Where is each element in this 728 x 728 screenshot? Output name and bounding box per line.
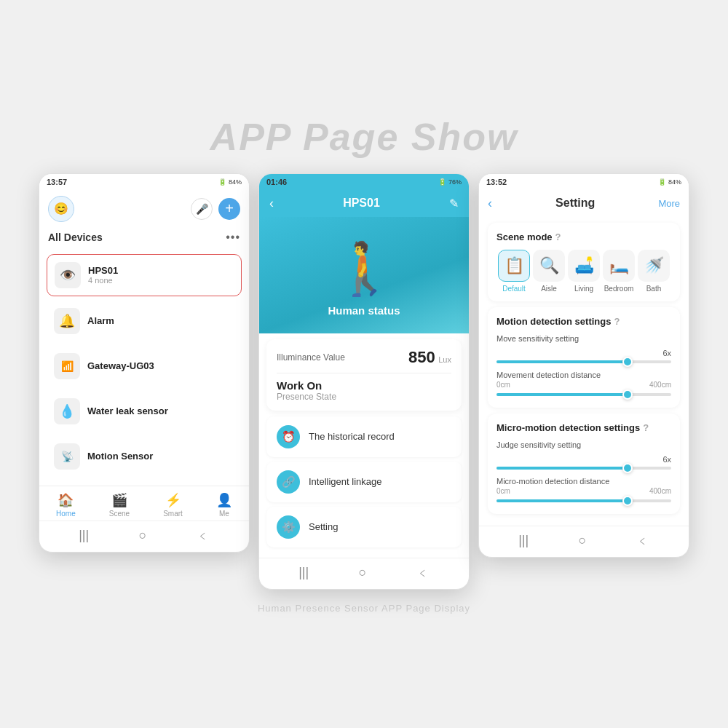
device-item-motion[interactable]: 📡 Motion Sensor <box>47 436 242 477</box>
device-item-alarm[interactable]: 🔔 Alarm <box>47 301 242 341</box>
menu-item-history[interactable]: ⏰ The historical record <box>266 416 462 457</box>
edit-icon[interactable]: ✎ <box>449 197 459 210</box>
bottom-home-icon: ○ <box>139 528 147 543</box>
phone2-status-icons: 🔋 76% <box>438 178 462 186</box>
human-status-label: Human status <box>328 304 400 317</box>
scene-item-living[interactable]: 🛋️ Living <box>568 250 600 293</box>
help-icon-scene[interactable]: ? <box>555 232 561 242</box>
move-sensitivity-track[interactable] <box>496 360 671 363</box>
device-info-motion: Motion Sensor <box>87 451 153 462</box>
move-sensitivity-row: 6x <box>496 349 671 357</box>
phone2-device-title: HPS01 <box>343 197 380 210</box>
micro-distance-min: 0cm <box>496 487 510 495</box>
micro-motion-title: Micro-motion detection settings ? <box>496 422 671 433</box>
more-options[interactable]: ••• <box>226 231 240 244</box>
avatar[interactable]: 😊 <box>48 196 74 222</box>
bottom-menu-icon: ||| <box>298 565 309 580</box>
smart-icon: ⚡ <box>165 492 181 508</box>
add-button[interactable]: + <box>218 198 240 220</box>
device-info-water: Water leak sensor <box>87 405 168 416</box>
scene-icon-bedroom: 🛏️ <box>603 250 635 282</box>
nav-item-me[interactable]: 👤 Me <box>216 492 232 518</box>
help-icon-motion[interactable]: ? <box>614 316 620 327</box>
mic-button[interactable]: 🎤 <box>191 198 213 220</box>
scene-icon-bath: 🚿 <box>638 250 670 282</box>
menu-label-setting: Setting <box>309 521 338 532</box>
menu-item-linkage[interactable]: 🔗 Intelligent linkage <box>266 462 462 502</box>
judge-sensitivity-track[interactable] <box>496 467 671 470</box>
scene-item-bath[interactable]: 🚿 Bath <box>638 250 670 293</box>
phone1-status-icons: 🔋 84% <box>218 178 242 186</box>
move-sensitivity-fill <box>496 360 628 363</box>
nav-item-smart[interactable]: ⚡ Smart <box>163 492 183 518</box>
phone3-status-icons: 🔋 84% <box>658 178 681 186</box>
device-name-alarm: Alarm <box>87 315 114 326</box>
work-on-label: Work On <box>277 379 451 392</box>
scene-label-living: Living <box>574 285 593 293</box>
phone2-bottom-bar: ||| ○ ﹤ <box>259 558 469 589</box>
home-icon: 🏠 <box>58 492 74 508</box>
linkage-icon: 🔗 <box>277 470 300 494</box>
phone1-bottom-bar: ||| ○ ﹤ <box>39 521 249 552</box>
scene-mode-card: Scene mode ? 📋 Default 🔍 Aisle 🛋️ Living <box>488 223 680 301</box>
illuminance-row: Illuminance Value 850 Lux <box>277 348 451 367</box>
judge-sensitivity-fill <box>496 467 628 470</box>
micro-distance-track[interactable] <box>496 499 671 502</box>
nav-item-scene[interactable]: 🎬 Scene <box>109 492 130 518</box>
judge-sensitivity-label: Judge sensitivity setting <box>496 440 671 449</box>
micro-distance-max: 400cm <box>649 487 671 495</box>
micro-distance-thumb[interactable] <box>622 496 633 506</box>
scene-item-default[interactable]: 📋 Default <box>498 250 530 293</box>
menu-item-setting[interactable]: ⚙️ Setting <box>266 507 462 547</box>
movement-distance-min: 0cm <box>496 381 510 389</box>
menu-label-linkage: Intelligent linkage <box>309 476 381 487</box>
movement-distance-max: 400cm <box>649 381 671 389</box>
bottom-home-icon: ○ <box>579 533 587 548</box>
scene-item-aisle[interactable]: 🔍 Aisle <box>533 250 565 293</box>
judge-sensitivity-value: 6x <box>662 455 671 464</box>
more-button[interactable]: More <box>658 198 680 209</box>
scene-icon-aisle: 🔍 <box>533 250 565 282</box>
scene-label-bath: Bath <box>646 285 662 293</box>
micro-distance-range: 0cm 400cm <box>496 487 671 495</box>
back-button[interactable]: ‹ <box>488 196 492 211</box>
bottom-back-icon: ﹤ <box>636 532 649 550</box>
scene-label-aisle: Aisle <box>541 285 557 293</box>
phone2-status-bar: 01:46 🔋 76% <box>259 174 469 190</box>
settings-body: Scene mode ? 📋 Default 🔍 Aisle 🛋️ Living <box>479 217 689 526</box>
device-icon-alarm: 🔔 <box>54 308 80 334</box>
phone1-header: 😊 🎤 + <box>39 190 249 228</box>
movement-distance-label: Movement detection distance <box>496 371 671 379</box>
scene-mode-title: Scene mode ? <box>496 232 671 242</box>
help-icon-micro[interactable]: ? <box>643 422 649 433</box>
device-name-water: Water leak sensor <box>87 405 168 416</box>
device-item-water[interactable]: 💧 Water leak sensor <box>47 391 242 432</box>
device-name-hps01: HPS01 <box>88 265 118 276</box>
back-button[interactable]: ‹ <box>269 196 274 211</box>
phone2-menu-list: ⏰ The historical record 🔗 Intelligent li… <box>259 416 469 558</box>
device-item-gateway[interactable]: 📶 Gateway-UG03 <box>47 346 242 387</box>
device-info-alarm: Alarm <box>87 315 114 326</box>
movement-distance-thumb[interactable] <box>622 389 633 400</box>
device-item-hps01[interactable]: 👁️ HPS01 4 none <box>47 254 242 296</box>
illuminance-value: 850 <box>408 348 435 366</box>
device-list: 👁️ HPS01 4 none 🔔 Alarm 📶 Gateway-UG03 <box>39 250 249 486</box>
illuminance-unit: Lux <box>438 355 451 364</box>
scene-label-default: Default <box>502 285 526 293</box>
phone3-time: 13:52 <box>486 178 507 186</box>
movement-distance-track[interactable] <box>496 393 671 396</box>
phone2: 01:46 🔋 76% ‹ HPS01 ✎ 🚶 Human status Ill… <box>258 173 470 590</box>
device-icon-water: 💧 <box>54 398 80 424</box>
nav-item-home[interactable]: 🏠 Home <box>56 492 76 518</box>
history-icon: ⏰ <box>277 425 300 448</box>
micro-distance-label: Micro-motion detection distance <box>496 477 671 486</box>
scene-item-bedroom[interactable]: 🛏️ Bedroom <box>603 250 635 293</box>
judge-sensitivity-thumb[interactable] <box>622 463 633 473</box>
header-icons: 🎤 + <box>191 198 240 220</box>
phone1-status-bar: 13:57 🔋 84% <box>39 174 249 190</box>
scene-icons-row: 📋 Default 🔍 Aisle 🛋️ Living 🛏️ Bedroom <box>496 250 671 293</box>
bottom-menu-icon: ||| <box>79 528 89 543</box>
move-sensitivity-thumb[interactable] <box>622 357 633 367</box>
all-devices-title: All Devices <box>48 232 103 243</box>
all-devices-bar: All Devices ••• <box>39 228 249 250</box>
